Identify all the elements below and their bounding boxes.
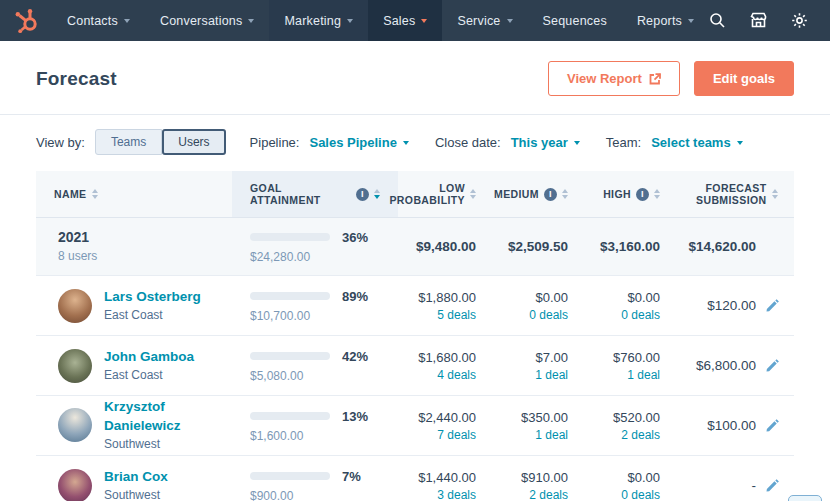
- amount: $1,440.00: [398, 470, 476, 485]
- user-team: East Coast: [104, 307, 201, 324]
- pipeline-dropdown[interactable]: Sales Pipeline: [309, 135, 408, 150]
- gear-icon[interactable]: [791, 12, 808, 29]
- user-name-link[interactable]: Lars Osterberg: [104, 288, 201, 307]
- low-probability-cell: $1,880.00 5 deals: [398, 290, 494, 322]
- amount: -: [752, 478, 757, 493]
- teams-toggle-button[interactable]: Teams: [95, 129, 162, 155]
- medium-cell: $7.00 1 deal: [494, 350, 586, 382]
- deals-link[interactable]: 5 deals: [398, 308, 476, 322]
- goal-amount: $1,600.00: [250, 429, 380, 443]
- amount: $1,880.00: [398, 290, 476, 305]
- users-toggle-button[interactable]: Users: [162, 129, 225, 155]
- edit-forecast-icon[interactable]: [765, 358, 780, 373]
- forecast-submission-cell: -: [678, 478, 794, 493]
- low-probability-cell: $1,440.00 3 deals: [398, 470, 494, 501]
- column-header-low-probability[interactable]: Low Probability: [398, 171, 494, 217]
- deals-link[interactable]: 0 deals: [586, 308, 660, 322]
- hubspot-logo-icon[interactable]: [12, 8, 42, 34]
- amount: $0.00: [494, 290, 568, 305]
- nav-item-reports[interactable]: Reports: [622, 0, 709, 41]
- low-probability-cell: $1,680.00 4 deals: [398, 350, 494, 382]
- goal-attainment-cell: 42% $5,080.00: [232, 349, 398, 383]
- view-by-label: View by:: [36, 135, 85, 150]
- help-widget-button[interactable]: [788, 495, 822, 501]
- forecast-table: Name Goal attainment i Low Probability M…: [36, 171, 794, 501]
- deals-link[interactable]: 3 deals: [398, 488, 476, 501]
- progress-bar: [250, 292, 330, 300]
- info-icon[interactable]: i: [544, 188, 557, 201]
- column-header-forecast-submission[interactable]: Forecast Submission: [678, 171, 796, 217]
- progress-bar: [250, 233, 330, 241]
- chevron-down-icon: [421, 19, 427, 23]
- name-cell: John Gamboa East Coast: [36, 348, 232, 384]
- info-icon[interactable]: i: [356, 188, 369, 201]
- forecast-submission-cell: $14,620.00: [678, 239, 794, 254]
- summary-year: 2021: [58, 228, 97, 248]
- sort-icon: [562, 189, 568, 199]
- column-header-medium[interactable]: Medium i: [494, 171, 586, 217]
- deals-link[interactable]: 2 deals: [494, 488, 568, 501]
- forecast-submission-cell: $120.00: [678, 298, 794, 313]
- goal-percent: 7%: [342, 469, 361, 484]
- external-link-icon: [649, 73, 661, 85]
- medium-cell: $2,509.50: [494, 239, 586, 254]
- table-row: Krzysztof Danielewicz Southwest 13% $1,6…: [36, 396, 794, 456]
- deals-link[interactable]: 2 deals: [586, 428, 660, 442]
- user-team: Southwest: [104, 487, 168, 501]
- amount: $7.00: [494, 350, 568, 365]
- deals-link[interactable]: 0 deals: [494, 308, 568, 322]
- table-row: John Gamboa East Coast 42% $5,080.00 $1,…: [36, 336, 794, 396]
- goal-amount: $900.00: [250, 489, 380, 501]
- goal-amount: $24,280.00: [250, 250, 380, 264]
- marketplace-icon[interactable]: [750, 12, 767, 29]
- nav-item-conversations[interactable]: Conversations: [145, 0, 270, 41]
- sort-icon: [92, 189, 98, 199]
- name-cell: Lars Osterberg East Coast: [36, 288, 232, 324]
- high-cell: $3,160.00: [586, 239, 678, 254]
- avatar: [58, 408, 92, 442]
- edit-goals-button[interactable]: Edit goals: [694, 61, 794, 96]
- close-date-dropdown[interactable]: This year: [511, 135, 580, 150]
- goal-percent: 13%: [342, 409, 368, 424]
- deals-link[interactable]: 1 deal: [494, 368, 568, 382]
- view-report-button[interactable]: View Report: [548, 61, 680, 96]
- deals-link[interactable]: 1 deal: [586, 368, 660, 382]
- view-report-label: View Report: [567, 71, 642, 86]
- progress-bar: [250, 412, 330, 420]
- close-date-value: This year: [511, 135, 568, 150]
- medium-cell: $910.00 2 deals: [494, 470, 586, 501]
- amount: $120.00: [707, 298, 756, 313]
- team-dropdown[interactable]: Select teams: [651, 135, 743, 150]
- nav-item-service[interactable]: Service: [442, 0, 527, 41]
- deals-link[interactable]: 7 deals: [398, 428, 476, 442]
- chevron-down-icon: [124, 19, 130, 23]
- deals-link[interactable]: 0 deals: [586, 488, 660, 501]
- user-team: Southwest: [104, 436, 232, 453]
- low-probability-cell: $2,440.00 7 deals: [398, 410, 494, 442]
- nav-item-contacts[interactable]: Contacts: [52, 0, 145, 41]
- column-header-high[interactable]: High i: [586, 171, 678, 217]
- nav-item-sales[interactable]: Sales: [368, 0, 442, 41]
- search-icon[interactable]: [709, 12, 726, 29]
- user-name-link[interactable]: Brian Cox: [104, 468, 168, 487]
- nav-item-sequences[interactable]: Sequences: [528, 0, 622, 41]
- nav-item-marketing[interactable]: Marketing: [269, 0, 368, 41]
- name-cell: Brian Cox Southwest: [36, 468, 232, 501]
- edit-forecast-icon[interactable]: [765, 298, 780, 313]
- team-value: Select teams: [651, 135, 731, 150]
- sort-icon: [470, 189, 476, 199]
- avatar: [58, 349, 92, 383]
- info-icon[interactable]: i: [636, 188, 649, 201]
- edit-forecast-icon[interactable]: [765, 418, 780, 433]
- deals-link[interactable]: 4 deals: [398, 368, 476, 382]
- column-header-name[interactable]: Name: [36, 171, 232, 217]
- user-name-link[interactable]: John Gamboa: [104, 348, 194, 367]
- deals-link[interactable]: 1 deal: [494, 428, 568, 442]
- chevron-down-icon: [347, 19, 353, 23]
- user-name-link[interactable]: Krzysztof Danielewicz: [104, 398, 232, 436]
- chevron-down-icon: [248, 19, 254, 23]
- column-header-goal-attainment[interactable]: Goal attainment i: [232, 171, 398, 217]
- progress-bar: [250, 352, 330, 360]
- edit-forecast-icon[interactable]: [765, 478, 780, 493]
- goal-attainment-cell: 89% $10,700.00: [232, 289, 398, 323]
